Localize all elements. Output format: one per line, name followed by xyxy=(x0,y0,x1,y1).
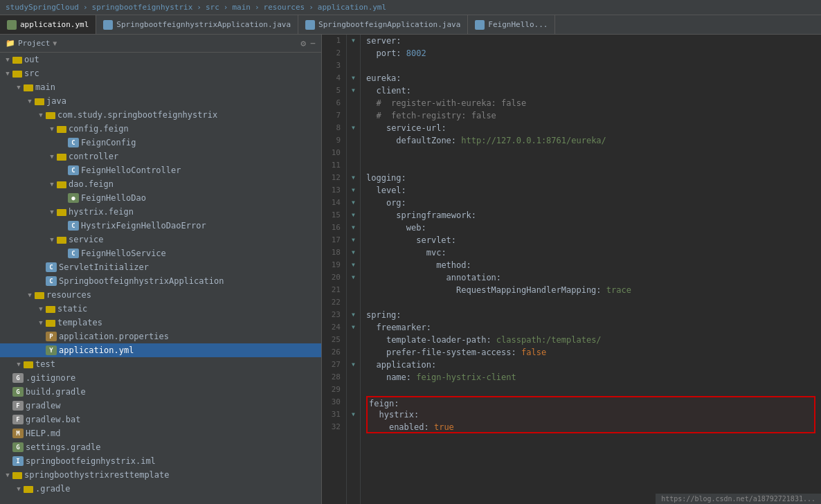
tree-item[interactable]: ▼out xyxy=(0,53,321,66)
line-number: 14 xyxy=(327,197,341,209)
line-number: 15 xyxy=(327,209,341,222)
tree-arrow: ▼ xyxy=(47,208,57,215)
java-icon: C xyxy=(68,138,79,147)
yaml-icon xyxy=(7,20,17,30)
tree-item[interactable]: MHELP.md xyxy=(0,426,321,440)
tree-label: springboothystrixresttemplate xyxy=(24,470,170,480)
gutter-item xyxy=(347,60,360,72)
tree-arrow: ▼ xyxy=(3,56,12,63)
tree-item[interactable]: ▼static xyxy=(0,302,321,316)
tree-item[interactable]: Ispringbootfeignhystrix.iml xyxy=(0,454,321,468)
tree-item[interactable]: ▼com.study.springbootfeignhystrix xyxy=(0,108,321,122)
tree-arrow: ▼ xyxy=(47,125,57,132)
line-number: 11 xyxy=(327,159,341,172)
tree-arrow: ▼ xyxy=(36,319,46,326)
minus-icon[interactable]: − xyxy=(310,38,316,48)
sidebar-actions: ⚙ − xyxy=(300,38,316,48)
folder-icon xyxy=(24,361,33,368)
tree-item[interactable]: ▼templates xyxy=(0,316,321,330)
line-number: 4 xyxy=(327,72,341,84)
code-line: level: xyxy=(366,184,815,197)
tree-arrow: ▼ xyxy=(36,111,46,118)
gutter-item: ▼ xyxy=(347,271,360,284)
gutter-item xyxy=(347,421,360,433)
tree-item[interactable]: Papplication.properties xyxy=(0,330,321,343)
tab-springbootfeignhystrix-app[interactable]: SpringbootfeignhystrixApplication.java xyxy=(96,15,298,34)
line-number: 31 xyxy=(327,408,341,421)
tree-item[interactable]: CServletInitializer xyxy=(0,260,321,274)
tab-label: application.yml xyxy=(20,20,89,29)
code-line: freemarker: xyxy=(366,321,815,334)
tree-label: .gitignore xyxy=(26,373,75,383)
tree-item[interactable]: CSpringbootfeignhystrixApplication xyxy=(0,274,321,288)
tree-arrow: ▼ xyxy=(25,291,35,298)
tab-application-yml[interactable]: application.yml xyxy=(0,15,96,34)
tree-label: FeignConfig xyxy=(81,138,136,147)
folder-icon xyxy=(12,71,22,78)
tree-item[interactable]: ▼test xyxy=(0,357,321,371)
gutter-item: ▼ xyxy=(347,84,360,97)
tree-item[interactable]: CHystrixFeignHelloDaoError xyxy=(0,219,321,233)
file-icon: F xyxy=(12,401,24,411)
gutter-item: ▼ xyxy=(347,222,360,234)
code-line: method: xyxy=(366,259,815,271)
folder1: src xyxy=(206,3,219,12)
tab-bar: application.yml SpringbootfeignhystrixAp… xyxy=(0,15,821,35)
gutter-item xyxy=(347,346,360,359)
gutter-item xyxy=(347,371,360,384)
line-number: 3 xyxy=(327,60,341,72)
folder-icon xyxy=(12,472,22,479)
gutter-item xyxy=(347,396,360,408)
folder-icon: 📁 xyxy=(6,39,15,48)
tree-item[interactable]: ▼springboothystrixresttemplate xyxy=(0,468,321,482)
tree-item[interactable]: ▼config.feign xyxy=(0,122,321,136)
iml-icon: I xyxy=(12,456,24,466)
tree-item[interactable]: ▼resources xyxy=(0,288,321,302)
sidebar-title: 📁 Project ▼ xyxy=(6,39,57,48)
tree-label: main xyxy=(35,82,55,92)
tree-item[interactable]: Fgradlew xyxy=(0,399,321,413)
line-number: 23 xyxy=(327,309,341,321)
code-line: server: xyxy=(366,35,815,47)
tree-label: dao.feign xyxy=(69,179,114,189)
tree-item[interactable]: ▼service xyxy=(0,233,321,246)
editor[interactable]: 1234567891011121314151617181920212223242… xyxy=(322,35,821,504)
tree-label: HELP.md xyxy=(26,429,61,438)
tab-label: FeignHello... xyxy=(488,20,548,29)
tree-item[interactable]: ▼hystrix.feign xyxy=(0,205,321,219)
tree-item[interactable]: ▼dao.feign xyxy=(0,177,321,191)
tree-item[interactable]: ▼java xyxy=(0,94,321,108)
line-number: 10 xyxy=(327,147,341,159)
code-line xyxy=(366,147,815,159)
code-line: servlet: xyxy=(366,234,815,246)
tree-label: service xyxy=(69,235,104,244)
gutter-item xyxy=(347,159,360,172)
folder-icon xyxy=(57,237,66,244)
tree-item[interactable]: Gsettings.gradle xyxy=(0,440,321,454)
tree-item[interactable]: ▼controller xyxy=(0,150,321,163)
gutter-item: ▼ xyxy=(347,184,360,197)
line-number: 27 xyxy=(327,359,341,371)
gutter-item: ▼ xyxy=(347,122,360,134)
tree-item[interactable]: G.gitignore xyxy=(0,371,321,385)
tree-item[interactable]: CFeignHelloController xyxy=(0,163,321,177)
tab-springbootfeign-app[interactable]: SpringbootfeignApplication.java xyxy=(298,15,468,34)
tree-item[interactable]: CFeignConfig xyxy=(0,136,321,150)
code-line xyxy=(366,296,815,309)
gutter: ▼▼▼▼▼▼▼▼▼▼▼▼▼▼▼▼▼ xyxy=(347,35,361,504)
tree-item[interactable]: ●FeignHelloDao xyxy=(0,191,321,205)
gutter-item: ▼ xyxy=(347,35,360,47)
tree-item[interactable]: Gbuild.gradle xyxy=(0,385,321,399)
code-line: web: xyxy=(366,222,815,234)
tree-item[interactable]: ▼.gradle xyxy=(0,482,321,496)
tree-item[interactable]: ▼main xyxy=(0,80,321,94)
tree-item[interactable]: Fgradlew.bat xyxy=(0,413,321,426)
code-line: name: feign-hystrix-client xyxy=(366,371,815,384)
tree-item[interactable]: ▼src xyxy=(0,66,321,80)
file-tree: ▼out▼src▼main▼java▼com.study.springbootf… xyxy=(0,53,321,496)
gutter-item: ▼ xyxy=(347,408,360,421)
gear-icon[interactable]: ⚙ xyxy=(300,38,306,48)
tree-item[interactable]: Yapplication.yml xyxy=(0,343,321,357)
tab-feign-hello[interactable]: FeignHello... xyxy=(468,15,555,34)
tree-item[interactable]: CFeignHelloService xyxy=(0,246,321,260)
